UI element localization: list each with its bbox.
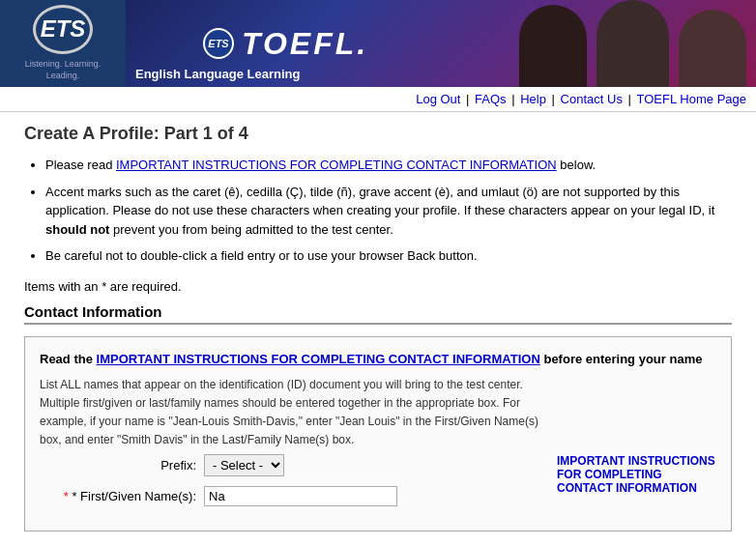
- form-fields: Prefix: - Select - Mr. Mrs. Ms. Dr. * * …: [40, 454, 547, 516]
- instruction-3: Be careful not to double-click a field e…: [45, 246, 732, 266]
- contact-info-box: Read the IMPORTANT INSTRUCTIONS FOR COMP…: [24, 336, 732, 532]
- nav-bar: Log Out | FAQs | Help | Contact Us | TOE…: [0, 87, 756, 112]
- logo-tagline: Listening. Learning. Leading.: [25, 58, 102, 82]
- side-instructions-panel: IMPORTANT INSTRUCTIONS FOR COMPLETING CO…: [547, 454, 716, 495]
- person-left: [519, 5, 587, 87]
- contact-box-body: List ALL names that appear on the identi…: [40, 376, 716, 450]
- contact-title-link[interactable]: IMPORTANT INSTRUCTIONS FOR COMPLETING CO…: [97, 352, 540, 366]
- contact-title-suffix: before entering your name: [540, 352, 703, 366]
- nav-sep-2: |: [511, 92, 518, 106]
- ets-logo-text: ETS: [41, 15, 86, 43]
- ets-circle: ETS: [33, 5, 93, 54]
- prefix-label: Prefix:: [40, 458, 204, 473]
- first-name-label: * * First/Given Name(s):: [40, 489, 204, 503]
- prefix-select[interactable]: - Select - Mr. Mrs. Ms. Dr.: [204, 454, 284, 476]
- banner-ets-circle: ETS: [203, 28, 234, 59]
- banner-english-text: English Language Learning: [135, 67, 300, 81]
- prefix-row: Prefix: - Select - Mr. Mrs. Ms. Dr.: [40, 454, 547, 476]
- instruction-2: Accent marks such as the caret (ê), cedi…: [45, 183, 732, 240]
- nav-home[interactable]: TOEFL Home Page: [637, 92, 746, 106]
- main-content: Create A Profile: Part 1 of 4 Please rea…: [0, 112, 756, 545]
- nav-help[interactable]: Help: [520, 92, 546, 106]
- contact-box-description: List ALL names that appear on the identi…: [40, 376, 542, 450]
- inst3-text: Be careful not to double-click a field e…: [45, 248, 478, 263]
- first-name-row: * * First/Given Name(s):: [40, 486, 547, 506]
- contact-title-prefix: Read the: [40, 352, 97, 366]
- contact-box-title: Read the IMPORTANT INSTRUCTIONS FOR COMP…: [40, 352, 716, 366]
- section-header: Contact Information: [24, 303, 732, 325]
- banner-toefl-label: TOEFL.: [242, 26, 368, 62]
- header-banner: ETS TOEFL. English Language Learning: [126, 0, 756, 87]
- nav-sep-3: |: [552, 92, 559, 106]
- prefix-input-wrapper[interactable]: - Select - Mr. Mrs. Ms. Dr.: [204, 454, 284, 476]
- person-middle: [596, 0, 669, 87]
- nav-sep-1: |: [466, 92, 473, 106]
- first-name-input[interactable]: [204, 486, 397, 506]
- instruction-1: Please read IMPORTANT INSTRUCTIONS FOR C…: [45, 156, 732, 175]
- form-area: Prefix: - Select - Mr. Mrs. Ms. Dr. * * …: [40, 454, 716, 516]
- nav-sep-4: |: [628, 92, 635, 106]
- instructions-list: Please read IMPORTANT INSTRUCTIONS FOR C…: [45, 156, 732, 266]
- inst1-link[interactable]: IMPORTANT INSTRUCTIONS FOR COMPLETING CO…: [116, 158, 557, 172]
- page-title: Create A Profile: Part 1 of 4: [24, 124, 732, 144]
- nav-logout[interactable]: Log Out: [416, 92, 460, 106]
- inst1-suffix: below.: [557, 158, 596, 172]
- banner-ets-toefl: ETS: [203, 28, 234, 59]
- inst1-prefix: Please read: [45, 158, 116, 172]
- person-right: [679, 10, 746, 87]
- side-important-link[interactable]: IMPORTANT INSTRUCTIONS FOR COMPLETING CO…: [557, 454, 715, 495]
- header-logo: ETS Listening. Learning. Leading.: [0, 0, 126, 87]
- nav-faqs[interactable]: FAQs: [475, 92, 507, 106]
- inst2-text: Accent marks such as the caret (ê), cedi…: [45, 185, 714, 237]
- nav-contact[interactable]: Contact Us: [561, 92, 623, 106]
- required-note: Items with an * are required.: [24, 279, 732, 294]
